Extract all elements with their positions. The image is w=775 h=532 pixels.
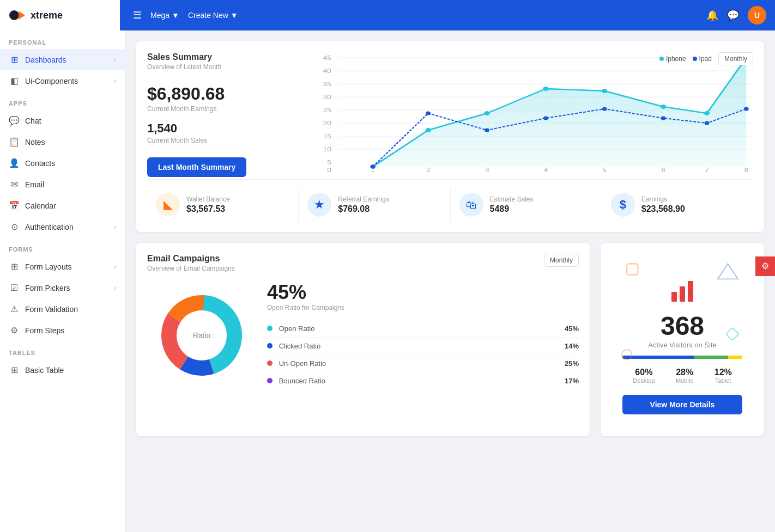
svg-rect-52 — [726, 328, 739, 341]
sidebar-item-form-layouts[interactable]: ⊞ Form Layouts › — [0, 256, 125, 277]
message-icon[interactable]: 💬 — [727, 9, 739, 21]
logo[interactable]: xtreme — [0, 0, 120, 30]
bottom-row: Email Campaigns Overview of Email Campai… — [136, 243, 764, 436]
mobile-bar-segment — [694, 356, 728, 359]
sidebar-label-form-steps: Form Steps — [25, 326, 116, 335]
svg-text:15: 15 — [323, 133, 332, 139]
svg-text:25: 25 — [323, 107, 332, 113]
legend-ipad: Ipad — [693, 55, 712, 63]
donut-chart-wrap: Ratio — [147, 281, 256, 389]
mega-menu-link[interactable]: Mega ▼ — [150, 11, 179, 20]
notification-icon[interactable]: 🔔 — [706, 9, 718, 21]
open-ratio-dot — [267, 326, 273, 331]
svg-text:0: 0 — [327, 167, 331, 172]
referral-icon: ★ — [314, 198, 325, 212]
sidebar-label-notes: Notes — [25, 138, 116, 146]
visitors-label: Active Visitors on Site — [648, 341, 716, 349]
email-card-header: Email Campaigns Overview of Email Campai… — [147, 254, 579, 272]
stat-earnings: $ Earnings $23,568.90 — [602, 188, 753, 221]
clicked-ratio-pct: 14% — [565, 342, 579, 350]
ratio-row-clicked: Clicked Ratio 14% — [267, 338, 579, 355]
dashboards-icon: ⊞ — [9, 54, 20, 65]
sidebar-item-form-pickers[interactable]: ☑ Form Pickers › — [0, 277, 125, 298]
unopen-ratio-label: Un-Open Ratio — [267, 359, 326, 368]
visitors-count: 368 — [661, 311, 704, 341]
svg-text:4: 4 — [543, 167, 548, 172]
sidebar-item-form-steps[interactable]: ⚙ Form Steps — [0, 320, 125, 341]
sidebar-item-authentication[interactable]: ⊙ Authentication › — [0, 216, 125, 237]
settings-tab[interactable]: ⚙ — [755, 256, 775, 276]
auth-icon: ⊙ — [9, 222, 20, 232]
svg-text:45: 45 — [323, 54, 332, 61]
visitors-chart-icon — [669, 276, 696, 309]
svg-marker-51 — [718, 264, 738, 279]
sidebar-item-form-validation[interactable]: ⚠ Form Validation — [0, 298, 125, 320]
sidebar-label-chat: Chat — [25, 117, 116, 125]
sidebar-item-chat[interactable]: 💬 Chat — [0, 110, 125, 131]
ratio-row-unopen: Un-Open Ratio 25% — [267, 355, 579, 372]
sidebar-label-ui: Ui-Components — [25, 77, 108, 85]
last-month-summary-button[interactable]: Last Month Summary — [147, 157, 246, 177]
svg-point-42 — [661, 117, 666, 120]
ipad-dot — [693, 57, 697, 61]
topnav-center: ☰ Mega ▼ Create New ▼ — [133, 9, 693, 21]
ui-icon: ◧ — [9, 76, 20, 86]
sidebar-item-basic-table[interactable]: ⊞ Basic Table — [0, 359, 125, 381]
sidebar-item-ui-components[interactable]: ◧ Ui-Components › — [0, 70, 125, 91]
bar-chart-icon — [669, 276, 696, 303]
svg-text:6: 6 — [661, 167, 665, 172]
bounced-ratio-pct: 17% — [565, 377, 579, 385]
wallet-value: $3,567.53 — [186, 204, 230, 214]
dashboards-arrow-icon: › — [114, 56, 116, 64]
bounced-ratio-label: Bounced Ratio — [267, 377, 325, 385]
bounced-ratio-dot — [267, 378, 273, 383]
avatar[interactable]: U — [748, 6, 766, 25]
mobile-label: Mobile — [676, 377, 693, 384]
view-more-details-button[interactable]: View More Details — [622, 395, 742, 414]
svg-text:7: 7 — [705, 167, 709, 172]
sidebar-label-basic-table: Basic Table — [25, 366, 116, 375]
sales-chart: 45 40 35 30 25 20 15 10 5 0 1 2 3 — [311, 52, 753, 172]
iphone-dot — [659, 57, 664, 61]
sidebar-item-dashboards[interactable]: ⊞ Dashboards › — [0, 49, 125, 70]
wallet-icon: ◣ — [164, 198, 173, 212]
settings-gear-icon: ⚙ — [761, 261, 769, 271]
sidebar-item-contacts[interactable]: 👤 Contacts — [0, 152, 125, 174]
ratio-row-open: Open Ratio 45% — [267, 320, 579, 338]
svg-point-44 — [744, 107, 749, 111]
svg-point-30 — [426, 128, 431, 132]
estimate-icon-wrap: 🛍 — [459, 193, 483, 217]
create-new-link[interactable]: Create New ▼ — [188, 11, 238, 20]
svg-point-35 — [704, 111, 710, 115]
hamburger-icon[interactable]: ☰ — [133, 9, 142, 21]
auth-arrow-icon: › — [114, 223, 116, 231]
referral-title: Referral Earnings — [338, 195, 389, 203]
svg-text:40: 40 — [323, 68, 332, 74]
email-icon: ✉ — [9, 179, 20, 189]
referral-info: Referral Earnings $769.08 — [338, 195, 389, 214]
tablet-label: Tablet — [715, 377, 732, 384]
earnings-value: $23,568.90 — [641, 204, 685, 214]
estimate-value: 5489 — [490, 204, 534, 214]
email-monthly-button[interactable]: Monthly — [544, 254, 579, 267]
svg-point-31 — [484, 111, 489, 115]
svg-text:30: 30 — [323, 94, 332, 100]
svg-text:3: 3 — [485, 167, 489, 172]
svg-text:35: 35 — [323, 81, 332, 87]
section-personal: PERSONAL — [0, 30, 125, 49]
clicked-ratio-label: Clicked Ratio — [267, 342, 320, 350]
email-subtitle: Overview of Email Campaigns — [147, 265, 235, 272]
svg-point-40 — [543, 117, 548, 120]
sales-monthly-button[interactable]: Monthly — [718, 52, 753, 65]
sidebar-item-email[interactable]: ✉ Email — [0, 174, 125, 195]
svg-point-0 — [9, 10, 19, 20]
chat-icon: 💬 — [9, 115, 20, 126]
breakdown-mobile: 28% Mobile — [676, 368, 693, 384]
earnings-icon-wrap: $ — [611, 193, 635, 217]
svg-point-39 — [485, 129, 489, 132]
earnings-title: Earnings — [641, 195, 685, 203]
sidebar-item-notes[interactable]: 📋 Notes — [0, 131, 125, 152]
sidebar-label-dashboards: Dashboards — [25, 56, 108, 64]
sidebar-item-calendar[interactable]: 📅 Calendar — [0, 195, 125, 216]
legend-iphone: Iphone — [659, 55, 686, 63]
